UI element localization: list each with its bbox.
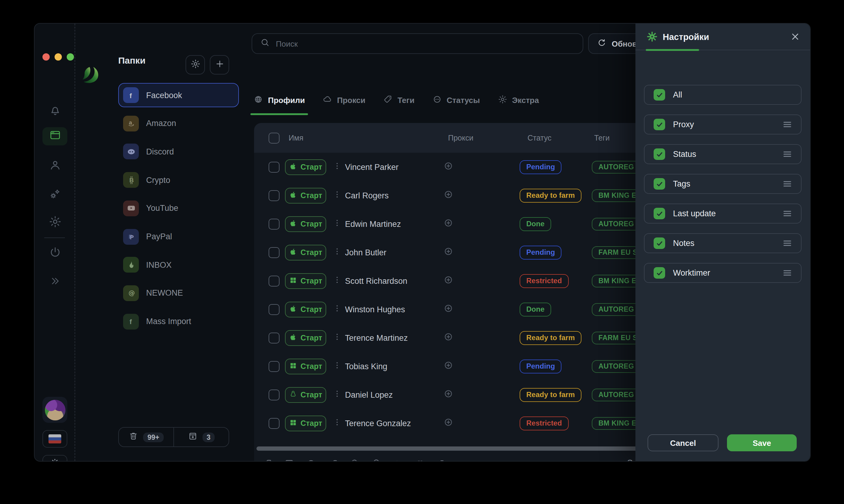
table-row[interactable]: Старт Scott Richardson Restricted BM KIN… [254,267,670,295]
table-row[interactable]: Старт Edwin Martinez Done AUTOREG EU LV [254,210,670,238]
row-checkbox[interactable] [269,332,279,343]
theme-toggle-button[interactable] [42,455,67,462]
row-menu-kebab-icon[interactable] [333,304,341,315]
traffic-light-minimize[interactable] [55,53,62,60]
table-row[interactable]: Старт John Butler Pending FARM EU SP [254,238,670,267]
tag-toolbar-icon[interactable] [262,458,273,462]
row-checkbox[interactable] [269,275,279,286]
checkbox-checked[interactable] [654,119,665,130]
settings-item-last-update[interactable]: Last update [644,203,802,223]
drag-handle-icon[interactable] [781,148,793,160]
row-menu-kebab-icon[interactable] [333,161,341,172]
flow-toolbar-icon[interactable] [327,458,338,462]
checkbox-checked[interactable] [654,178,665,190]
trash-folder-button[interactable]: 99+ [119,428,173,447]
search-field[interactable] [252,33,583,54]
power-icon[interactable] [35,246,75,259]
archive-folder-button[interactable]: 3 [173,428,228,447]
checkbox-checked[interactable] [654,267,665,278]
drag-handle-icon[interactable] [781,237,793,249]
row-menu-kebab-icon[interactable] [333,418,341,429]
row-checkbox[interactable] [269,218,279,229]
table-row[interactable]: Старт Vincent Parker Pending AUTOREG EU … [254,152,670,181]
search-input[interactable] [276,39,575,48]
table-row[interactable]: Старт Terence Gonzalez Restricted BM KIN… [254,409,670,437]
row-menu-kebab-icon[interactable] [333,218,341,229]
traffic-light-close[interactable] [42,53,50,60]
row-checkbox[interactable] [269,418,279,429]
row-checkbox[interactable] [269,361,279,372]
tab-теги[interactable]: Теги [383,91,414,108]
start-profile-button[interactable]: Старт [285,187,326,203]
play-toolbar-icon[interactable] [393,458,404,462]
table-row[interactable]: Старт Daniel Lopez Ready to farm AUTOREG… [254,380,670,409]
row-menu-kebab-icon[interactable] [333,361,341,372]
row-menu-kebab-icon[interactable] [333,190,341,201]
pause-toolbar-icon[interactable] [415,458,426,462]
tab-экстра[interactable]: Экстра [498,91,539,108]
drag-handle-icon[interactable] [781,208,793,219]
column-header-status[interactable]: Статус [528,133,551,142]
notifications-bell-icon[interactable] [35,104,75,117]
cancel-button[interactable]: Cancel [648,434,719,451]
folder-item-discord[interactable]: Discord [118,140,239,164]
tab-профили[interactable]: Профили [254,91,305,108]
settings-item-notes[interactable]: Notes [644,233,802,253]
add-proxy-icon[interactable] [443,388,453,401]
cookie-toolbar-icon[interactable] [306,458,316,462]
trash-toolbar-icon[interactable] [436,458,447,462]
add-proxy-icon[interactable] [443,274,453,287]
row-checkbox[interactable] [269,161,279,172]
checkbox-checked[interactable] [654,89,665,101]
checkbox-checked[interactable] [654,148,665,160]
folder-item-inbox[interactable]: INBOX [118,253,239,277]
row-menu-kebab-icon[interactable] [333,247,341,258]
start-profile-button[interactable]: Старт [285,159,326,175]
add-proxy-icon[interactable] [443,161,453,173]
user-avatar[interactable] [42,397,67,423]
add-proxy-icon[interactable] [443,246,453,259]
add-proxy-icon[interactable] [443,360,453,373]
folder-item-facebook[interactable]: f Facebook [118,83,239,107]
checkbox-checked[interactable] [654,237,665,249]
language-flag-button[interactable] [42,430,67,448]
folder-item-youtube[interactable]: YouTube [118,196,239,220]
folder-item-newone[interactable]: @ NEWONE [118,281,239,305]
start-profile-button[interactable]: Старт [285,387,326,402]
start-profile-button[interactable]: Старт [285,245,326,260]
settings-item-worktimer[interactable]: Worktimer [644,263,802,283]
row-checkbox[interactable] [269,247,279,258]
close-icon[interactable] [790,32,800,44]
table-row[interactable]: Старт Tobias King Pending AUTOREG EU LV [254,352,670,380]
folder-item-mass-import[interactable]: f Mass Import [118,309,239,334]
row-checkbox[interactable] [269,389,279,400]
row-menu-kebab-icon[interactable] [333,332,341,343]
sidebar-item-browser-profiles[interactable] [42,127,67,145]
row-menu-kebab-icon[interactable] [333,389,341,400]
folder-item-crypto[interactable]: B Crypto [118,168,239,192]
profile-person-icon[interactable] [35,159,75,172]
settings-item-proxy[interactable]: Proxy [644,114,802,134]
folder-item-amazon[interactable]: a Amazon [118,111,239,136]
row-checkbox[interactable] [269,190,279,201]
table-row[interactable]: Старт Carl Rogers Ready to farm BM KING … [254,181,670,210]
row-checkbox[interactable] [269,304,279,315]
table-row[interactable]: Старт Terence Martinez Ready to farm FAR… [254,323,670,352]
column-header-proxy[interactable]: Прокси [448,133,473,142]
cloud-refresh-toolbar-icon[interactable] [349,458,360,462]
settings-item-status[interactable]: Status [644,144,802,164]
add-proxy-icon[interactable] [443,417,453,430]
column-header-name[interactable]: Имя [289,133,304,142]
start-profile-button[interactable]: Старт [285,358,326,374]
add-proxy-icon[interactable] [443,217,453,230]
start-profile-button[interactable]: Старт [285,301,326,317]
drag-handle-icon[interactable] [781,178,793,190]
drag-handle-icon[interactable] [781,119,793,130]
save-button[interactable]: Save [727,434,797,451]
add-proxy-icon[interactable] [443,303,453,316]
settings-gear-icon[interactable] [35,215,75,228]
table-row[interactable]: Старт Winston Hughes Done AUTOREG EU LV [254,295,670,323]
row-menu-kebab-icon[interactable] [333,275,341,286]
folders-settings-button[interactable] [186,55,205,74]
drag-handle-icon[interactable] [781,267,793,278]
